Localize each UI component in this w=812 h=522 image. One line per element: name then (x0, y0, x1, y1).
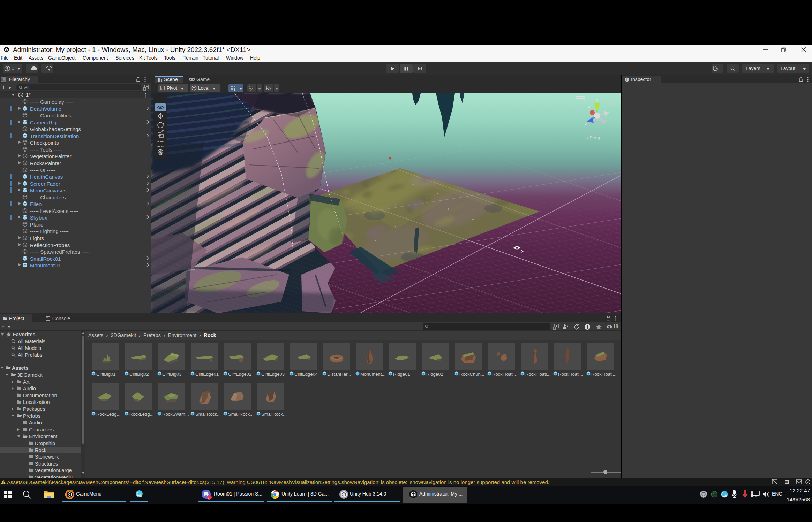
svg-text:z: z (585, 121, 587, 126)
svg-text:y: y (596, 97, 599, 102)
svg-text:‹ Persp: ‹ Persp (587, 135, 601, 140)
svg-text:9+: 9+ (208, 496, 211, 499)
svg-text:x: x (588, 104, 591, 109)
